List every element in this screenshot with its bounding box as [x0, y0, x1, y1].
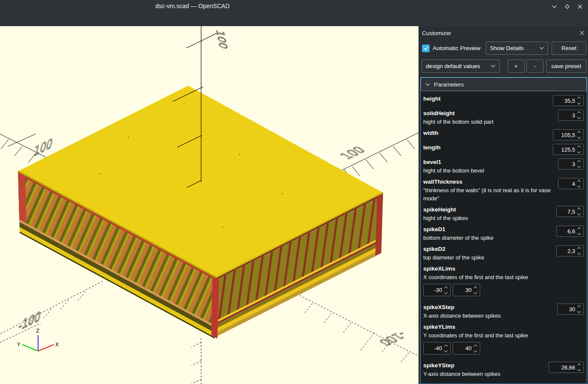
parameter-description: hight of the bottom solid part — [423, 118, 555, 126]
spinbox-arrows — [578, 161, 581, 167]
preset-dropdown-value: design default values — [426, 63, 480, 69]
spinbox-up-arrow[interactable] — [577, 146, 581, 149]
spinbox-arrows — [578, 146, 581, 153]
parameter-row: solidHeighthight of the bottom solid par… — [423, 109, 584, 126]
parameter-spinbox[interactable]: 4 — [558, 178, 584, 189]
parameter-name: length — [423, 143, 549, 152]
parameter-spinbox[interactable]: 3 — [558, 110, 584, 121]
preset-dropdown[interactable]: design default values — [422, 60, 500, 73]
parameter-name: bevel1 — [423, 158, 555, 167]
parameter-row: spikeXLimsX coordinates of the first and… — [423, 265, 584, 300]
parameter-name: spikeXLims — [423, 265, 580, 273]
parameter-name: width — [423, 129, 549, 137]
parameter-row: wallThickness"thinkness of the walls" (i… — [423, 178, 584, 202]
spinbox-up-arrow[interactable] — [474, 344, 477, 348]
save-preset-label: save preset — [551, 63, 581, 69]
parameter-row: length125,5 — [423, 143, 584, 155]
spinbox-value: 3 — [572, 112, 575, 119]
parameter-name: height — [423, 95, 549, 103]
spinbox-down-arrow[interactable] — [577, 135, 581, 139]
parameter-description: hight of the spikes — [423, 214, 553, 222]
spinbox-arrows — [578, 97, 581, 104]
parameter-spinbox[interactable]: -30 — [423, 284, 451, 296]
parameter-spinbox[interactable]: 30 — [453, 284, 480, 296]
parameter-spinbox[interactable]: 2,3 — [556, 245, 584, 256]
parameter-spinbox[interactable]: 35,5 — [553, 95, 584, 106]
spinbox-arrows — [578, 228, 581, 235]
spinbox-down-arrow[interactable] — [577, 251, 581, 255]
remove-preset-button[interactable]: - — [526, 60, 543, 73]
spinbox-up-arrow[interactable] — [577, 131, 581, 134]
gizmo-y-label: Y — [17, 342, 21, 348]
parameters-group-header[interactable]: Parameters — [421, 77, 587, 91]
spinbox-down-arrow[interactable] — [577, 150, 581, 153]
spinbox-down-arrow[interactable] — [577, 184, 581, 188]
show-details-dropdown[interactable]: Show Details — [486, 42, 548, 55]
spinbox-up-arrow[interactable] — [577, 180, 581, 183]
save-preset-button[interactable]: save preset — [546, 60, 586, 73]
spinbox-value: 40 — [466, 345, 472, 351]
gizmo-z-label: Z — [36, 328, 39, 334]
spinbox-up-arrow[interactable] — [577, 305, 581, 309]
spinbox-down-arrow[interactable] — [577, 164, 581, 168]
window-controls — [550, 3, 584, 10]
spinbox-value: 2,3 — [567, 248, 575, 254]
openscad-window: dsc-vm.scad — OpenSCAD — [0, 0, 588, 384]
parameter-row: bevel1hight of the bottom bevel3 — [423, 158, 584, 175]
parameter-spinbox[interactable]: 125,5 — [553, 144, 584, 155]
automatic-preview-toggle[interactable]: Automatic Preview — [422, 45, 482, 52]
parameter-spinbox[interactable]: 26,66 — [549, 362, 584, 373]
maximize-icon[interactable] — [563, 3, 571, 10]
spinbox-up-arrow[interactable] — [577, 208, 581, 211]
spinbox-up-arrow[interactable] — [577, 247, 581, 250]
spinbox-up-arrow[interactable] — [577, 111, 581, 115]
spinbox-down-arrow[interactable] — [577, 101, 581, 104]
spinbox-value: -40 — [434, 345, 442, 351]
add-preset-button[interactable]: + — [508, 60, 525, 73]
spinbox-down-arrow[interactable] — [577, 212, 581, 215]
spinbox-down-arrow[interactable] — [474, 290, 477, 294]
spinbox-value: -30 — [434, 287, 442, 293]
spinbox-down-arrow[interactable] — [577, 310, 581, 313]
parameter-row: spikeYStepY-axis distance between spikes… — [423, 361, 584, 378]
automatic-preview-checkbox[interactable] — [422, 45, 430, 52]
parameter-spinbox[interactable]: 105,5 — [553, 129, 584, 140]
customizer-close-icon[interactable] — [579, 30, 585, 36]
spinbox-down-arrow[interactable] — [444, 290, 448, 294]
3d-viewport[interactable]: 100 100 -100 — [0, 26, 419, 384]
parameter-spinbox[interactable]: 7,5 — [556, 206, 584, 217]
spinbox-up-arrow[interactable] — [577, 160, 581, 164]
shade-window-icon[interactable] — [550, 3, 558, 10]
spinbox-up-arrow[interactable] — [444, 344, 448, 348]
spinbox-up-arrow[interactable] — [577, 363, 581, 367]
spinbox-up-arrow[interactable] — [444, 286, 448, 289]
spinbox-up-arrow[interactable] — [577, 227, 581, 231]
parameter-name: spikeHeight — [423, 205, 553, 214]
parameter-spinbox[interactable]: 6,6 — [556, 226, 584, 237]
spinbox-arrows — [578, 364, 581, 371]
customizer-title: Customizer — [422, 30, 451, 36]
add-preset-label: + — [514, 63, 518, 69]
parameter-spinbox[interactable]: 40 — [453, 342, 480, 354]
reset-button[interactable]: Reset — [552, 42, 586, 55]
spinbox-value: 35,5 — [564, 98, 575, 104]
spinbox-down-arrow[interactable] — [577, 116, 581, 119]
parameter-spinbox[interactable]: 30 — [557, 304, 584, 315]
spinbox-arrows — [445, 287, 448, 294]
parameter-spinbox[interactable]: 3 — [558, 158, 584, 170]
spinbox-down-arrow[interactable] — [474, 348, 477, 352]
spinbox-arrows — [578, 208, 581, 215]
spinbox-down-arrow[interactable] — [444, 348, 448, 352]
spinbox-down-arrow[interactable] — [577, 368, 581, 371]
customizer-toolbar-row2: design default values + - save preset — [422, 59, 586, 73]
parameter-spinbox[interactable]: -40 — [423, 342, 451, 354]
parameter-row: spikeD1bottom diameter of the spike6,6 — [423, 225, 584, 242]
spinbox-up-arrow[interactable] — [577, 97, 581, 100]
spinbox-value: 7,5 — [567, 208, 575, 215]
spinbox-down-arrow[interactable] — [577, 232, 581, 235]
spinbox-value: 105,5 — [561, 132, 575, 138]
close-icon[interactable] — [576, 3, 584, 10]
parameter-description: X-axis distance between spikes — [423, 312, 554, 320]
spinbox-up-arrow[interactable] — [474, 286, 477, 289]
spinbox-value: 6,6 — [567, 228, 575, 235]
